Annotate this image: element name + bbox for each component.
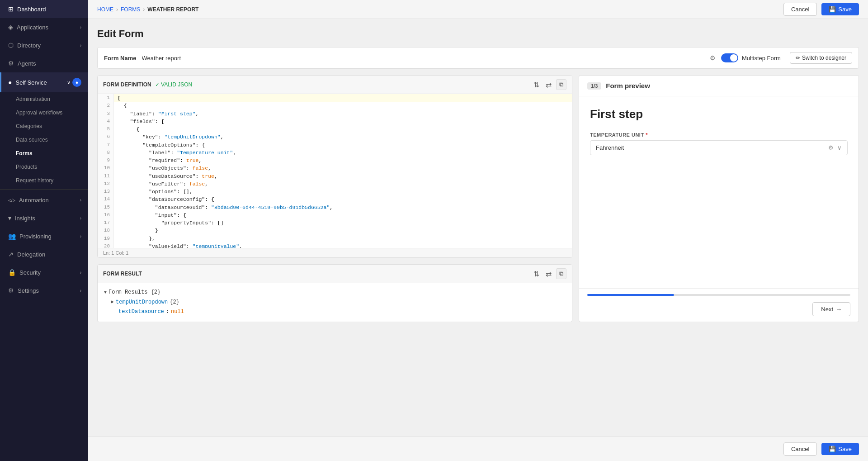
automation-icon: </> xyxy=(8,198,15,203)
breadcrumb: HOME › FORMS › WEATHER REPORT xyxy=(97,6,198,13)
breadcrumb-home[interactable]: HOME xyxy=(97,6,113,13)
sidebar-item-provisioning[interactable]: 👥 Provisioning › xyxy=(0,227,88,245)
chevron-icon: › xyxy=(80,43,81,48)
field-required-star: * xyxy=(646,132,648,138)
sidebar-item-label: Agents xyxy=(18,60,36,67)
field-label: TEMPERATURE UNIT * xyxy=(590,132,848,138)
right-panel: 1/3 Form preview First step TEMPERATURE … xyxy=(579,75,859,322)
collapse-icon[interactable]: ⇄ xyxy=(544,80,553,90)
next-label: Next xyxy=(821,306,833,313)
next-button[interactable]: Next → xyxy=(812,302,850,316)
chevron-icon: › xyxy=(80,198,81,203)
content-area: Edit Form Form Name ⚙ Multistep Form ✏ S… xyxy=(88,19,868,437)
result-toolbar: ⇅ ⇄ ⧉ xyxy=(532,268,566,279)
settings-gear-icon: ⚙ xyxy=(828,144,834,151)
result-item-key-1: textDatasource xyxy=(118,307,164,317)
code-editor[interactable]: 1[2 {3 "label": "First step",4 "fields":… xyxy=(98,94,572,248)
preview-panel: 1/3 Form preview First step TEMPERATURE … xyxy=(579,75,859,322)
result-copy-button[interactable]: ⧉ xyxy=(556,268,566,279)
topbar-save-button[interactable]: 💾 Save xyxy=(821,3,859,15)
preview-panel-title: Form preview xyxy=(606,82,650,90)
expand-icon[interactable]: ⇅ xyxy=(532,80,541,90)
result-label: FORM RESULT xyxy=(103,271,142,277)
chevron-icon: › xyxy=(80,270,81,275)
chevron-icon: › xyxy=(80,216,81,221)
bottom-save-label: Save xyxy=(838,446,852,452)
agents-icon: ⚙ xyxy=(8,60,14,67)
preview-step-badge: 1/3 xyxy=(587,82,601,90)
main-content: HOME › FORMS › WEATHER REPORT Cancel 💾 S… xyxy=(88,0,868,461)
sidebar-item-settings[interactable]: ⚙ Settings › xyxy=(0,281,88,299)
sidebar-item-self-service[interactable]: ● Self Service ∨ ● xyxy=(0,72,88,92)
sidebar-item-label: Insights xyxy=(15,215,35,222)
result-collapse-icon[interactable]: ⇄ xyxy=(544,269,553,279)
sidebar-sub-request-history[interactable]: Request history xyxy=(0,174,88,187)
result-item-triangle[interactable]: ▶ xyxy=(111,298,114,306)
temperature-unit-select[interactable]: Fahrenheit ⚙ ∨ xyxy=(590,140,848,155)
preview-footer: Next → xyxy=(579,288,859,322)
sidebar-item-dashboard[interactable]: ⊞ Dashboard xyxy=(0,0,88,18)
result-item-value-0: {2} xyxy=(170,298,179,308)
sidebar-item-label: Self Service xyxy=(15,79,47,86)
sidebar-item-applications[interactable]: ◈ Applications › xyxy=(0,18,88,36)
editor-section-label: FORM DEFINITION xyxy=(103,81,151,88)
sidebar-item-security[interactable]: 🔒 Security › xyxy=(0,263,88,281)
sidebar-sub-products[interactable]: Products xyxy=(0,160,88,174)
sidebar-item-label: Automation xyxy=(19,197,49,204)
result-expand-icon[interactable]: ⇅ xyxy=(532,269,541,279)
sidebar-item-label: Applications xyxy=(17,24,48,31)
result-item-0: ▶ tempUnitDropdown {2} xyxy=(111,298,566,308)
form-name-label: Form Name xyxy=(104,55,137,62)
designer-icon: ✏ xyxy=(796,55,800,61)
sidebar-sub-categories[interactable]: Categories xyxy=(0,119,88,133)
designer-label: Switch to designer xyxy=(802,55,846,61)
applications-icon: ◈ xyxy=(8,24,13,31)
copy-button[interactable]: ⧉ xyxy=(556,79,566,90)
settings-icon: ⚙ xyxy=(8,287,14,294)
topbar-cancel-button[interactable]: Cancel xyxy=(783,3,817,16)
preview-nav: Next → xyxy=(587,302,850,316)
sidebar-item-directory[interactable]: ⬡ Directory › xyxy=(0,36,88,54)
switch-to-designer-button[interactable]: ✏ Switch to designer xyxy=(790,52,852,64)
result-item-key-0: tempUnitDropdown xyxy=(116,298,168,308)
multistep-toggle: Multistep Form ✏ Switch to designer xyxy=(721,52,852,64)
form-name-input[interactable] xyxy=(142,55,704,62)
editor-status: Ln: 1 Col: 1 xyxy=(103,250,128,256)
sidebar-sub-forms[interactable]: Forms xyxy=(0,147,88,160)
security-icon: 🔒 xyxy=(8,269,16,276)
sidebar: ⊞ Dashboard ◈ Applications › ⬡ Directory… xyxy=(0,0,88,461)
sidebar-item-label: Directory xyxy=(17,42,41,49)
result-collapse-triangle[interactable]: ▼ xyxy=(104,289,107,297)
multistep-toggle-switch[interactable] xyxy=(721,53,738,62)
chevron-icon: ∨ xyxy=(67,80,71,86)
progress-fill xyxy=(587,294,674,296)
check-icon: ✓ xyxy=(155,81,160,88)
topbar: HOME › FORMS › WEATHER REPORT Cancel 💾 S… xyxy=(88,0,868,19)
sidebar-sub-approval-workflows[interactable]: Approval workflows xyxy=(0,106,88,119)
left-panel: FORM DEFINITION ✓ Valid JSON ⇅ ⇄ ⧉ 1 xyxy=(97,75,572,322)
breadcrumb-sep2: › xyxy=(143,6,145,13)
sidebar-sub-data-sources[interactable]: Data sources xyxy=(0,133,88,147)
temperature-field: TEMPERATURE UNIT * Fahrenheit ⚙ ∨ xyxy=(590,132,848,155)
sidebar-item-agents[interactable]: ⚙ Agents xyxy=(0,54,88,72)
self-service-badge: ● xyxy=(72,78,81,87)
topbar-actions: Cancel 💾 Save xyxy=(783,3,859,16)
select-icons: ⚙ ∨ xyxy=(828,144,842,151)
sidebar-item-delegation[interactable]: ↗ Delegation xyxy=(0,245,88,263)
panels: FORM DEFINITION ✓ Valid JSON ⇅ ⇄ ⧉ 1 xyxy=(97,75,859,322)
result-content: ▼ Form Results {2} ▶ tempUnitDropdown {2… xyxy=(98,283,572,322)
breadcrumb-current: WEATHER REPORT xyxy=(147,6,198,13)
sidebar-item-label: Settings xyxy=(18,287,39,294)
sidebar-item-insights[interactable]: ▾ Insights › xyxy=(0,209,88,227)
bottom-cancel-button[interactable]: Cancel xyxy=(783,442,817,456)
multistep-label: Multistep Form xyxy=(742,55,781,62)
sidebar-item-label: Delegation xyxy=(17,251,45,258)
form-settings-icon[interactable]: ⚙ xyxy=(710,54,716,62)
sidebar-sub-administration[interactable]: Administration xyxy=(0,92,88,106)
sidebar-item-automation[interactable]: </> Automation › xyxy=(0,191,88,209)
bottom-save-button[interactable]: 💾 Save xyxy=(821,443,859,455)
page-title: Edit Form xyxy=(97,28,859,40)
breadcrumb-forms[interactable]: FORMS xyxy=(121,6,140,13)
chevron-icon: › xyxy=(80,25,81,30)
dashboard-icon: ⊞ xyxy=(8,5,14,13)
